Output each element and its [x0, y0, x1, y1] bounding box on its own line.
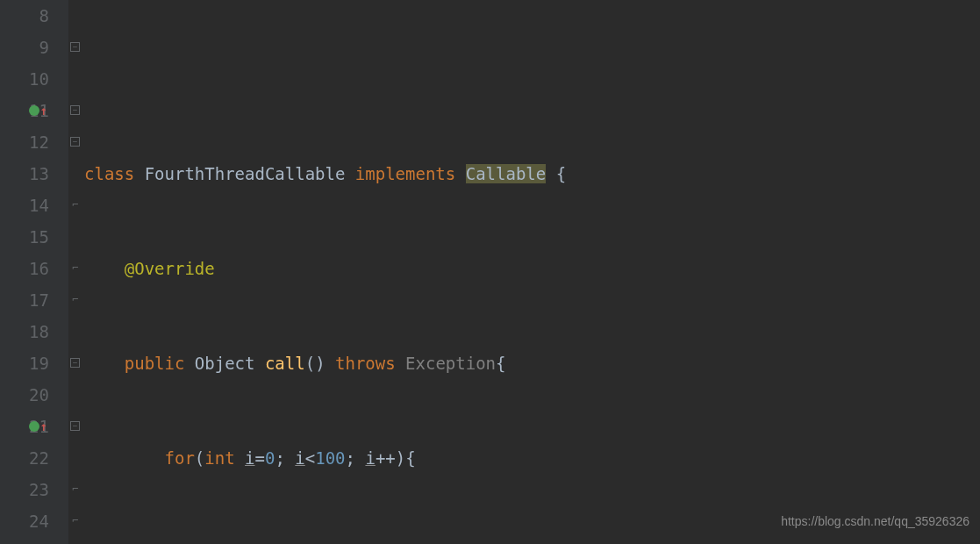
- fold-toggle[interactable]: −: [70, 358, 80, 368]
- fold-end-icon: ⌐: [70, 263, 80, 273]
- fold-end-icon: ⌐: [70, 295, 80, 304]
- line-number: 23: [0, 474, 49, 505]
- line-number: 10: [0, 63, 49, 95]
- line-number: 24: [0, 505, 49, 537]
- line-number: 12: [0, 126, 49, 158]
- line-number: 21 ↑: [0, 411, 49, 442]
- run-gutter-icon[interactable]: ▶: [39, 537, 47, 544]
- line-number: 9: [0, 32, 49, 63]
- code-line: [84, 63, 566, 95]
- line-number: 11 ↑: [0, 95, 49, 126]
- fold-end-icon: ⌐: [70, 200, 80, 210]
- code-line: class FourthThreadCallable implements Ca…: [84, 158, 566, 190]
- code-editor: 8 9 10 11 ↑ 12 13 14 15 16 17 18 19 20 2…: [0, 0, 980, 544]
- watermark-text: https://blog.csdn.net/qq_35926326: [781, 505, 969, 537]
- fold-toggle[interactable]: −: [70, 137, 80, 147]
- override-gutter-icon[interactable]: ↑: [29, 411, 47, 442]
- line-number: 8: [0, 0, 49, 32]
- line-number: 25 ▶: [0, 537, 49, 544]
- code-area[interactable]: class FourthThreadCallable implements Ca…: [84, 0, 566, 544]
- code-line: for(int i=0; i<100; i++){: [84, 442, 566, 474]
- line-number: 20: [0, 379, 49, 411]
- line-number: 18: [0, 316, 49, 347]
- line-number: 15: [0, 221, 49, 253]
- line-number: 22: [0, 442, 49, 474]
- line-number: 14: [0, 190, 49, 221]
- fold-toggle[interactable]: −: [70, 105, 80, 115]
- fold-toggle[interactable]: −: [70, 42, 80, 52]
- line-number: 16: [0, 253, 49, 284]
- line-number: 17: [0, 284, 49, 316]
- code-line: System.out.println(i);: [84, 537, 566, 544]
- line-number: 19: [0, 347, 49, 379]
- override-gutter-icon[interactable]: ↑: [29, 95, 47, 126]
- line-gutter: 8 9 10 11 ↑ 12 13 14 15 16 17 18 19 20 2…: [0, 0, 68, 544]
- fold-column: − − − ⌐ ⌐ ⌐ − − ⌐ ⌐ −: [68, 0, 84, 544]
- fold-end-icon: ⌐: [70, 484, 80, 494]
- fold-end-icon: ⌐: [70, 516, 80, 526]
- line-number: 13: [0, 158, 49, 190]
- code-line: public Object call() throws Exception{: [84, 347, 566, 379]
- code-line: @Override: [84, 253, 566, 284]
- fold-toggle[interactable]: −: [70, 421, 80, 431]
